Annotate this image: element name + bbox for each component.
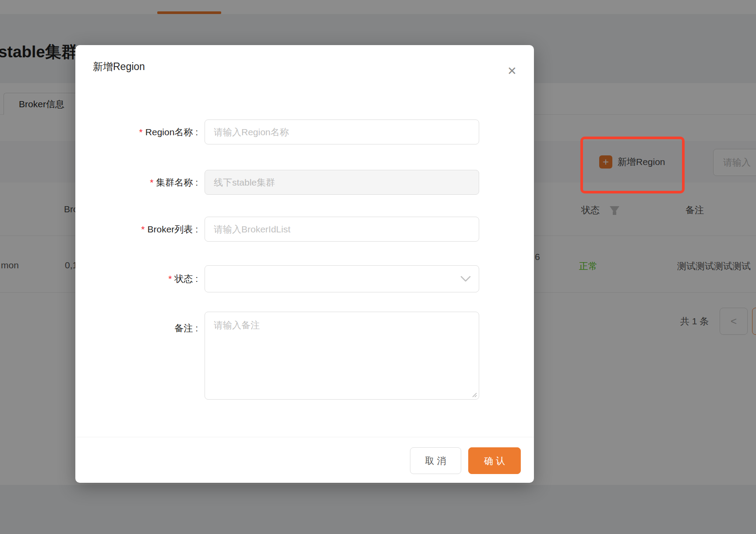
modal-footer-divider: [75, 437, 534, 437]
required-mark: *: [150, 177, 153, 188]
form-row-status: * 状态 :: [75, 265, 534, 292]
form-row-remark: 备注 :: [75, 312, 534, 400]
required-mark: *: [139, 127, 143, 137]
annotation-highlight-box: [580, 137, 685, 193]
cluster-name-label: 集群名称 :: [156, 176, 198, 189]
confirm-button[interactable]: 确 认: [468, 447, 521, 474]
modal-title: 新增Region: [93, 60, 145, 74]
remark-textarea[interactable]: [205, 312, 479, 400]
add-region-modal: 新增Region ✕ * Region名称 : * 集群名称 :: [75, 45, 534, 483]
screen: stable集群 Broker信息 + 新增Region Bro 状态 备注 m…: [0, 0, 756, 534]
broker-list-input[interactable]: [205, 217, 479, 242]
form-row-broker-list: * Broker列表 :: [75, 217, 534, 242]
region-name-input[interactable]: [205, 119, 479, 144]
close-icon[interactable]: ✕: [502, 61, 522, 81]
status-select[interactable]: [205, 265, 479, 292]
cluster-name-input: [205, 170, 479, 195]
form-row-cluster-name: * 集群名称 :: [75, 170, 534, 195]
chevron-down-icon: [460, 276, 471, 282]
form-row-region-name: * Region名称 :: [75, 119, 534, 144]
required-mark: *: [141, 224, 145, 235]
remark-label: 备注 :: [174, 322, 198, 334]
cancel-button[interactable]: 取 消: [410, 447, 461, 474]
status-label: 状态 :: [174, 273, 198, 285]
region-name-label: Region名称 :: [145, 126, 198, 138]
required-mark: *: [168, 274, 172, 284]
broker-list-label: Broker列表 :: [147, 223, 198, 235]
